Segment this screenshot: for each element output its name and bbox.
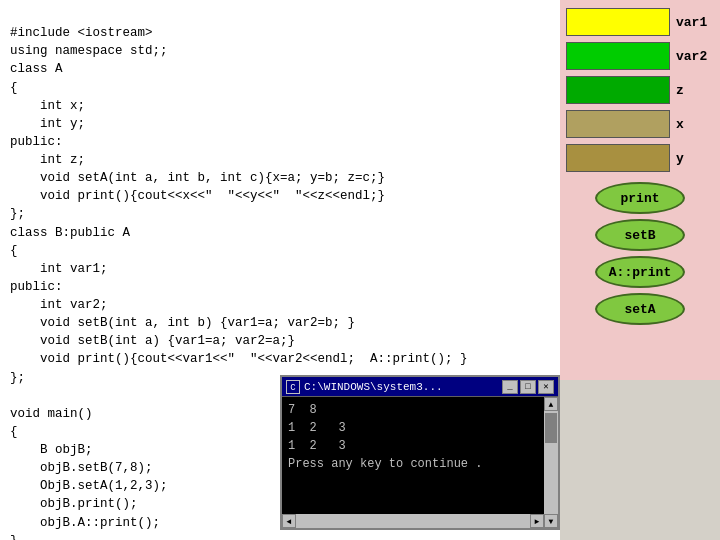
terminal-hscrollbar: ◄ ►	[282, 514, 544, 528]
var-row-z: z	[566, 76, 714, 104]
code-line-15: public:	[10, 280, 63, 294]
close-button[interactable]: ✕	[538, 380, 554, 394]
var-label-x: x	[676, 117, 714, 132]
var-box-x	[566, 110, 670, 138]
scroll-down-button[interactable]: ▼	[544, 514, 558, 528]
terminal-controls: _ □ ✕	[502, 380, 554, 394]
terminal-scrollbar: ▲ ▼	[544, 397, 558, 528]
scroll-right-button[interactable]: ►	[530, 514, 544, 528]
code-line-17: void setB(int a, int b) {var1=a; var2=b;…	[10, 316, 355, 330]
code-line-28: objB.A::print();	[10, 516, 160, 530]
code-line-27: objB.print();	[10, 497, 138, 511]
var-row-var2: var2	[566, 42, 714, 70]
var-box-y	[566, 144, 670, 172]
code-line-29: }	[10, 534, 18, 540]
maximize-button[interactable]: □	[520, 380, 536, 394]
scroll-left-button[interactable]: ◄	[282, 514, 296, 528]
code-line-18: void setB(int a) {var1=a; var2=a;}	[10, 334, 295, 348]
var-row-var1: var1	[566, 8, 714, 36]
code-line-2: using namespace std;;	[10, 44, 168, 58]
terminal-window: C C:\WINDOWS\system3... _ □ ✕ 7 8 1 2 3 …	[280, 375, 560, 530]
cmd-icon: C	[286, 380, 300, 394]
code-line-7: public:	[10, 135, 63, 149]
code-line-20: };	[10, 371, 25, 385]
code-line-22: void main()	[10, 407, 93, 421]
seta-button[interactable]: setA	[595, 293, 685, 325]
code-line-3: class A	[10, 62, 63, 76]
terminal-title: C:\WINDOWS\system3...	[304, 381, 443, 393]
terminal-titlebar: C C:\WINDOWS\system3... _ □ ✕	[282, 377, 558, 397]
minimize-button[interactable]: _	[502, 380, 518, 394]
print-button[interactable]: print	[595, 182, 685, 214]
code-line-25: objB.setB(7,8);	[10, 461, 153, 475]
var-row-x: x	[566, 110, 714, 138]
var-label-var2: var2	[676, 49, 714, 64]
terminal-titlebar-left: C C:\WINDOWS\system3...	[286, 380, 443, 394]
code-line-8: int z;	[10, 153, 85, 167]
setb-button[interactable]: setB	[595, 219, 685, 251]
var-box-var1	[566, 8, 670, 36]
code-line-9: void setA(int a, int b, int c){x=a; y=b;…	[10, 171, 385, 185]
code-line-19: void print(){cout<<var1<<" "<<var2<<endl…	[10, 352, 468, 366]
code-line-5: int x;	[10, 99, 85, 113]
scroll-thumb[interactable]	[545, 413, 557, 443]
var-label-var1: var1	[676, 15, 714, 30]
code-line-13: {	[10, 244, 18, 258]
var-row-y: y	[566, 144, 714, 172]
code-line-1: #include <iostream>	[10, 26, 153, 40]
scroll-up-button[interactable]: ▲	[544, 397, 558, 411]
var-box-var2	[566, 42, 670, 70]
code-line-14: int var1;	[10, 262, 108, 276]
terminal-body: 7 8 1 2 3 1 2 3 Press any key to continu…	[282, 397, 558, 528]
code-line-6: int y;	[10, 117, 85, 131]
a-print-button[interactable]: A::print	[595, 256, 685, 288]
code-line-10: void print(){cout<<x<<" "<<y<<" "<<z<<en…	[10, 189, 385, 203]
viz-panel: var1 var2 z x y print setB A::print setA	[560, 0, 720, 380]
var-label-z: z	[676, 83, 714, 98]
var-box-z	[566, 76, 670, 104]
code-line-23: {	[10, 425, 18, 439]
code-line-12: class B:public A	[10, 226, 130, 240]
code-line-11: };	[10, 207, 25, 221]
code-line-24: B objB;	[10, 443, 93, 457]
code-line-16: int var2;	[10, 298, 108, 312]
code-line-4: {	[10, 81, 18, 95]
var-label-y: y	[676, 151, 714, 166]
code-line-26: ObjB.setA(1,2,3);	[10, 479, 168, 493]
